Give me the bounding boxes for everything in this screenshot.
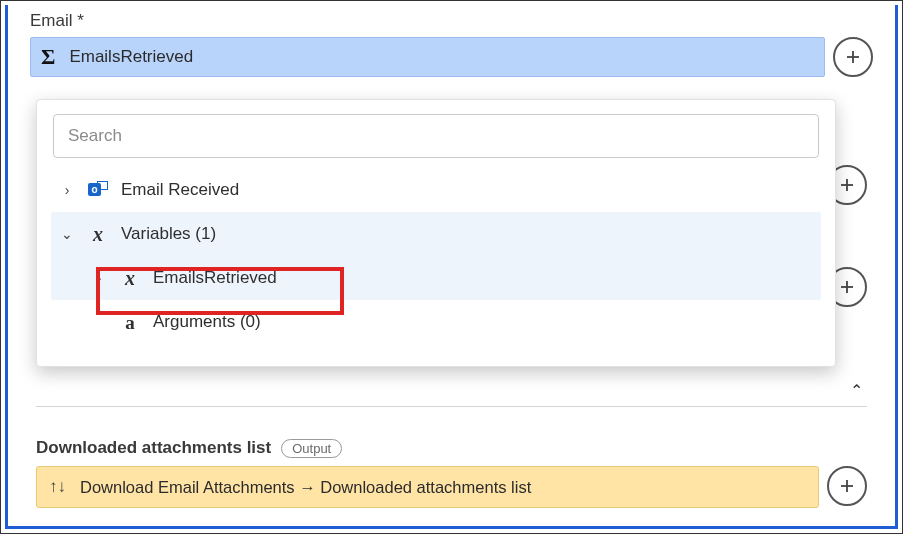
tree-node-arguments[interactable]: › a Arguments (0) <box>51 300 821 344</box>
plus-icon <box>838 176 856 194</box>
attachments-output-box[interactable]: ↑↓ Download Email Attachments → Download… <box>36 466 819 508</box>
argument-a-icon: a <box>119 313 141 332</box>
tree-node-label: Email Received <box>121 180 239 200</box>
email-field-row: Σ EmailsRetrieved <box>30 37 873 77</box>
screenshot-frame: Email * Σ EmailsRetrieved ⌃ <box>0 0 903 534</box>
properties-panel: Email * Σ EmailsRetrieved ⌃ <box>5 5 898 529</box>
expression-dropdown: › o Email Received ⌄ x Variables (1) › x… <box>36 99 836 367</box>
search-input[interactable] <box>53 114 819 158</box>
plus-icon <box>844 48 862 66</box>
section-divider <box>36 406 867 407</box>
email-add-button[interactable] <box>833 37 873 77</box>
attachments-add-button[interactable] <box>827 466 867 506</box>
tree-node-email-received[interactable]: › o Email Received <box>51 168 821 212</box>
email-field-label: Email * <box>30 11 873 31</box>
chevron-down-icon: ⌄ <box>59 226 75 242</box>
collapse-caret-icon[interactable]: ⌃ <box>850 381 863 400</box>
tree-node-label: Arguments (0) <box>153 312 261 332</box>
sigma-icon: Σ <box>41 46 55 68</box>
variable-x-icon: x <box>119 268 141 288</box>
tree-node-emails-retrieved[interactable]: › x EmailsRetrieved <box>51 256 821 300</box>
swap-arrows-icon: ↑↓ <box>49 477 66 497</box>
variable-x-icon: x <box>87 224 109 244</box>
email-expression-value: EmailsRetrieved <box>69 47 193 67</box>
chevron-right-icon: › <box>59 182 75 198</box>
outlook-icon: o <box>87 181 109 199</box>
output-badge: Output <box>281 439 342 458</box>
tree-node-label: EmailsRetrieved <box>153 268 277 288</box>
email-expression-input[interactable]: Σ EmailsRetrieved <box>30 37 825 77</box>
tree-node-label: Variables (1) <box>121 224 216 244</box>
attachments-output-value: Download Email Attachments → Downloaded … <box>80 478 531 497</box>
tree-node-variables[interactable]: ⌄ x Variables (1) <box>51 212 821 256</box>
attachments-section: Downloaded attachments list Output ↑↓ Do… <box>36 438 867 508</box>
plus-icon <box>838 477 856 495</box>
chevron-right-icon: › <box>91 270 107 286</box>
plus-icon <box>838 278 856 296</box>
attachments-label: Downloaded attachments list <box>36 438 271 458</box>
